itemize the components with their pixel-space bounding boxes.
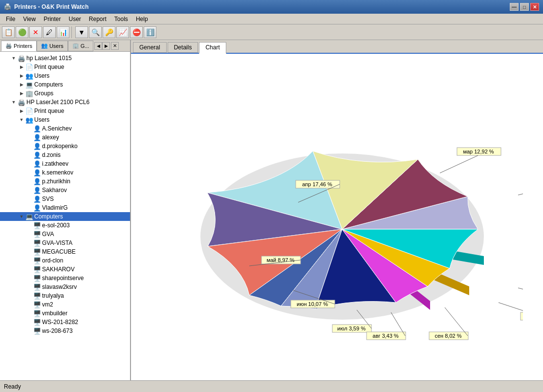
- svg-line-13: [440, 155, 478, 173]
- menu-file[interactable]: File: [2, 15, 19, 23]
- expander[interactable]: ▼: [18, 213, 25, 220]
- tree-item-hp1015-computers[interactable]: ▶ 💻 Computers: [0, 80, 130, 89]
- toolbar-btn-chart[interactable]: 📈: [116, 26, 129, 38]
- left-panel: 🖨️ Printers 👥 Users 🏢 G... ◀ ▶ ✕ ▼: [0, 40, 131, 380]
- tree-item-hp1015-groups[interactable]: ▶ 🏢 Groups: [0, 89, 130, 98]
- tab-general[interactable]: General: [133, 42, 167, 53]
- tree-item-slavasw[interactable]: 🖥️ slavasw2ksrv: [0, 283, 130, 291]
- toolbar-btn-filter[interactable]: ▼: [75, 26, 88, 38]
- menu-help[interactable]: Help: [132, 15, 152, 23]
- tree-item-senichev[interactable]: 👤 A.Senichev: [0, 124, 130, 133]
- tree-item-vladimirg[interactable]: 👤 VladimirG: [0, 203, 130, 212]
- tree-item-semenkov[interactable]: 👤 k.semenkov: [0, 168, 130, 177]
- tab-chart[interactable]: Chart: [199, 42, 226, 54]
- close-button[interactable]: ✕: [530, 3, 539, 11]
- tree-item-vm2[interactable]: 🖥️ vm2: [0, 300, 130, 309]
- nav-next[interactable]: ▶: [102, 42, 110, 50]
- tree-item-hp2100-computers[interactable]: ▼ 💻 Computers: [0, 212, 130, 221]
- close-tab-btn[interactable]: ✕: [111, 42, 119, 50]
- tree-label: trulyalya: [42, 292, 64, 299]
- window-title: Printers - O&K Print Watch: [14, 3, 88, 10]
- maximize-button[interactable]: □: [520, 3, 529, 11]
- expander[interactable]: ▶: [18, 89, 25, 97]
- toolbar-btn-key[interactable]: 🔑: [103, 26, 115, 38]
- expander[interactable]: ▶: [18, 72, 25, 80]
- expander: [25, 301, 33, 308]
- tab-printers[interactable]: 🖨️ Printers: [1, 41, 37, 51]
- expander[interactable]: ▼: [10, 98, 18, 106]
- tree-view[interactable]: ▼ 🖨️ hp LaserJet 1015 ▶ 📄 Print queue ▶ …: [0, 52, 130, 380]
- tree-item-trulyalya[interactable]: 🖥️ trulyalya: [0, 291, 130, 300]
- tree-item-sakharov-user[interactable]: 👤 Sakharov: [0, 186, 130, 195]
- queue-icon: 📄: [25, 63, 33, 71]
- tree-item-zatkheev[interactable]: 👤 i.zatkheev: [0, 159, 130, 168]
- toolbar-btn-info[interactable]: ℹ️: [144, 26, 156, 38]
- tree-label: sharepointserve: [42, 275, 84, 282]
- tree-item-hp2100-users[interactable]: ▼ 👥 Users: [0, 115, 130, 124]
- user-icon: 👤: [33, 195, 41, 203]
- users-icon: 👥: [25, 116, 33, 124]
- label-sep: сен 8,02 %: [434, 333, 461, 339]
- toolbar-btn-stop[interactable]: ⛔: [130, 26, 143, 38]
- menu-report[interactable]: Report: [85, 15, 110, 23]
- menu-tools[interactable]: Tools: [110, 15, 132, 23]
- tree-item-svs[interactable]: 👤 SVS: [0, 195, 130, 203]
- menu-printer[interactable]: Printer: [40, 15, 65, 23]
- toolbar-btn-search[interactable]: 🔍: [89, 26, 102, 38]
- toolbar-btn-3[interactable]: ✕: [29, 26, 42, 38]
- tree-item-ws201[interactable]: 🖥️ WS-201-8282: [0, 318, 130, 327]
- tree-item-hp1015[interactable]: ▼ 🖨️ hp LaserJet 1015: [0, 54, 130, 63]
- tree-label: VladimirG: [42, 204, 68, 211]
- tree-item-hp1015-users[interactable]: ▶ 👥 Users: [0, 71, 130, 80]
- expander: [25, 195, 33, 203]
- expander: [25, 204, 33, 212]
- nav-prev[interactable]: ◀: [94, 42, 102, 50]
- expander: [25, 327, 33, 335]
- tree-label: Print queue: [34, 108, 64, 114]
- tree-item-zhurikhin[interactable]: 👤 p.zhurikhin: [0, 177, 130, 186]
- tree-item-sakharov-c[interactable]: 🖥️ SAKHAROV: [0, 265, 130, 274]
- tab-details[interactable]: Details: [168, 42, 198, 53]
- toolbar-btn-4[interactable]: 🖊: [43, 26, 56, 38]
- tree-item-zonis[interactable]: 👤 d.zonis: [0, 151, 130, 159]
- left-tab-bar: 🖨️ Printers 👥 Users 🏢 G... ◀ ▶ ✕: [0, 40, 130, 52]
- tab-groups[interactable]: 🏢 G...: [68, 41, 94, 51]
- tree-label: Computers: [34, 81, 63, 88]
- tree-label: Print queue: [34, 64, 64, 70]
- tree-item-gva[interactable]: 🖥️ GVA: [0, 230, 130, 239]
- expander: [25, 265, 33, 273]
- tree-item-vmbuilder[interactable]: 🖥️ vmbuilder: [0, 309, 130, 318]
- tree-item-sharepoint[interactable]: 🖥️ sharepointserve: [0, 274, 130, 283]
- menu-view[interactable]: View: [19, 15, 40, 23]
- tree-item-hp2100[interactable]: ▼ 🖨️ HP LaserJet 2100 PCL6: [0, 98, 130, 107]
- expander[interactable]: ▶: [18, 107, 25, 115]
- toolbar-btn-1[interactable]: 📋: [2, 26, 15, 38]
- toolbar-btn-5[interactable]: 📊: [57, 26, 69, 38]
- tree-item-megacube[interactable]: 🖥️ MEGACUBE: [0, 247, 130, 256]
- tree-item-gva-vista[interactable]: 🖥️ GVA-VISTA: [0, 239, 130, 247]
- computer-icon: 🖥️: [33, 309, 41, 317]
- tree-item-ws208[interactable]: 🖥️ ws-208-673: [0, 327, 130, 335]
- tree-item-hp2100-pq[interactable]: ▶ 📄 Print queue: [0, 107, 130, 115]
- user-icon: 👤: [33, 133, 41, 141]
- tree-item-alexey[interactable]: 👤 alexey: [0, 133, 130, 142]
- tree-label: Sakharov: [42, 187, 67, 194]
- tree-label: vm2: [42, 301, 53, 308]
- tree-item-esol[interactable]: 🖥️ e-sol-2003: [0, 221, 130, 230]
- expander[interactable]: ▶: [18, 81, 25, 88]
- label-apr: апр 17,46 %: [302, 181, 332, 187]
- minimize-button[interactable]: —: [510, 3, 519, 11]
- tree-item-ord-clon[interactable]: 🖥️ ord-clon: [0, 256, 130, 265]
- title-bar-controls: — □ ✕: [510, 3, 539, 11]
- tab-users[interactable]: 👥 Users: [37, 41, 68, 51]
- expander[interactable]: ▶: [18, 63, 25, 71]
- tree-item-prokopenko[interactable]: 👤 d.prokopenko: [0, 142, 130, 151]
- user-icon: 👤: [33, 125, 41, 132]
- menu-user[interactable]: User: [65, 15, 85, 23]
- tree-item-hp1015-pq[interactable]: ▶ 📄 Print queue: [0, 63, 130, 71]
- computer-icon: 🖥️: [33, 221, 41, 229]
- expander[interactable]: ▼: [10, 54, 18, 62]
- toolbar-btn-2[interactable]: 🟢: [16, 26, 28, 38]
- expander[interactable]: ▼: [18, 116, 25, 124]
- label-jun: июн 10,07 %: [297, 301, 328, 307]
